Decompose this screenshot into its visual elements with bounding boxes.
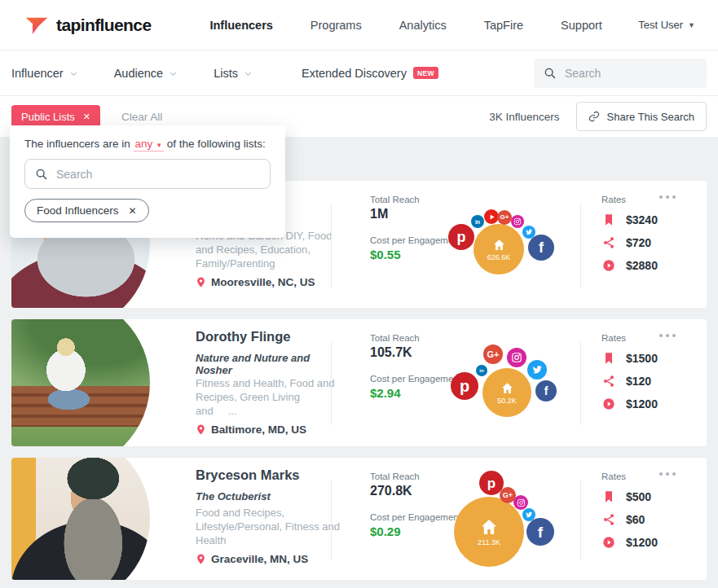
gplus-bubble[interactable]: G+ [483,344,503,364]
chevron-down-icon: ▼ [688,21,695,29]
bookmark-icon [602,490,615,503]
tapinfluence-logo-icon [24,13,49,37]
nav-influencers[interactable]: Influencers [209,19,272,32]
googleplus-icon: G+ [503,492,513,499]
youtube-icon [488,213,496,221]
instagram-bubble[interactable] [511,215,524,228]
linkedin-bubble[interactable]: in [476,365,487,376]
card-menu-button[interactable] [656,469,679,479]
user-name: Test User [638,19,683,31]
brand-logo[interactable]: tapinfluence [24,13,151,37]
rate-row: $2880 [601,258,658,272]
share-icon [602,236,615,249]
rate-row: $500 [601,489,658,503]
rates-label: Rates [601,472,658,481]
pinterest-bubble[interactable]: p [451,372,478,400]
home-icon [479,517,499,537]
blog-reach-value: 211.3K [478,539,500,546]
blog-reach-value: 50.2K [497,397,517,405]
blog-reach-value: 626.6K [487,254,511,261]
pinterest-icon: p [460,378,469,394]
pinterest-icon: p [487,476,496,490]
rates-panel: Rates $3240$720$2880 [601,195,658,281]
gplus-bubble[interactable]: G+ [497,210,512,225]
rate-value: $1200 [626,397,658,410]
twitter-icon [525,511,533,519]
nav-analytics[interactable]: Analytics [399,19,447,32]
instagram-icon [511,352,522,363]
search-input[interactable] [565,67,697,80]
new-badge: NEW [413,67,438,79]
pinterest-bubble[interactable]: p [448,224,474,250]
share-this-search-button[interactable]: Share This Search [576,102,707,131]
rate-row: $1200 [601,397,658,410]
facebook-icon: f [538,524,543,540]
blog-bubble[interactable]: 211.3K [454,497,524,567]
search-icon [544,67,557,80]
linkedin-icon: in [479,368,483,373]
filter-influencer-dropdown[interactable]: Influencer [11,67,78,80]
chevron-down-icon [244,69,253,78]
rate-value: $60 [626,513,645,526]
linkedin-bubble[interactable]: in [471,215,484,228]
divider [580,342,581,425]
main-nav: Influencers Programs Analytics TapFire S… [209,19,601,32]
play-icon [602,397,615,410]
blog-bubble[interactable]: 50.2K [482,368,531,417]
rate-value: $1200 [626,536,658,549]
instagram-icon [513,217,522,226]
global-search-box[interactable] [534,59,707,88]
googleplus-icon: G+ [500,214,509,221]
lists-search-input[interactable] [56,168,260,181]
facebook-icon: f [544,385,548,397]
instagram-icon [517,498,526,507]
rate-value: $120 [626,375,651,388]
remove-filter-icon[interactable]: ✕ [83,112,90,122]
card-menu-button[interactable] [656,331,679,340]
user-menu[interactable]: Test User ▼ [638,19,695,31]
linkedin-icon: in [475,219,480,225]
share-icon [602,375,615,388]
twitter-icon [531,364,543,375]
extended-discovery-link[interactable]: Extended Discovery NEW [302,67,438,80]
rates-panel: Rates $500$60$1200 [601,472,658,558]
chevron-down-icon [69,69,78,78]
rate-row: $3240 [601,213,658,226]
rate-row: $1200 [601,535,658,549]
facebook-bubble[interactable]: f [526,518,554,546]
home-icon [492,238,506,252]
chevron-down-icon [169,69,178,78]
nav-programs[interactable]: Programs [311,19,362,32]
rate-row: $1500 [601,351,658,365]
bookmark-icon [602,213,615,226]
clear-all-button[interactable]: Clear All [121,111,162,123]
rate-value: $1500 [626,352,658,365]
bookmark-icon [602,352,615,365]
blog-bubble[interactable]: 626.6K [474,224,524,274]
filter-lists-dropdown[interactable]: Lists [214,67,253,80]
twitter-bubble[interactable] [527,360,547,380]
any-all-selector[interactable]: any ▼ [134,138,164,151]
facebook-bubble[interactable]: f [535,380,557,402]
remove-list-icon[interactable]: ✕ [129,205,137,217]
search-filter-bar: Influencer Audience Lists Extended Disco… [0,50,718,96]
facebook-bubble[interactable]: f [528,235,554,261]
rate-value: $2880 [626,259,658,272]
card-menu-button[interactable] [656,192,679,202]
twitter-icon [525,228,533,236]
instagram-bubble[interactable] [513,495,528,510]
play-icon [602,259,615,272]
selected-list-chip[interactable]: Food Influencers ✕ [24,199,149,222]
nav-tapfire[interactable]: TapFire [484,19,523,32]
rate-value: $500 [626,490,651,503]
instagram-bubble[interactable] [507,348,526,367]
nav-support[interactable]: Support [561,19,602,32]
divider [580,480,581,559]
rates-label: Rates [601,195,658,204]
lists-search-box[interactable] [24,159,271,189]
pinterest-icon: p [457,230,466,244]
filter-audience-dropdown[interactable]: Audience [114,67,178,80]
influencer-card: Bryceson Marks The Octuberist Food and R… [11,458,707,580]
share-icon [602,513,615,526]
lists-filter-popover: The influencers are in any ▼ of the foll… [10,125,285,238]
